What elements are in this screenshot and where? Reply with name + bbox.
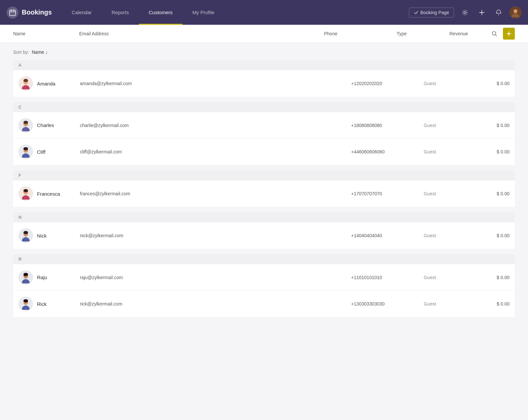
customer-email: cliff@zylkermail.com [80, 149, 351, 154]
customer-type: Guest [424, 81, 477, 86]
svg-point-24 [23, 189, 28, 192]
add-icon [506, 30, 512, 37]
notifications-button[interactable] [493, 7, 505, 18]
booking-page-button[interactable]: Booking Page [409, 8, 454, 17]
app-logo-icon [7, 7, 18, 18]
svg-point-15 [23, 79, 28, 82]
table-row[interactable]: Cliff cliff@zylkermail.com +446060606060… [13, 139, 515, 165]
nav-reports[interactable]: Reports [102, 0, 139, 25]
customer-name: Rick [37, 301, 80, 307]
add-customer-button[interactable] [503, 28, 515, 40]
sort-by-label: Sort by: [13, 49, 29, 55]
group-header-C: C [13, 102, 515, 112]
customer-email: amanda@zylkermail.com [80, 81, 351, 86]
customer-phone: +14040404040 [351, 233, 424, 238]
navbar: Bookings Calendar Reports Customers My P… [0, 0, 528, 25]
svg-rect-0 [10, 10, 16, 16]
app-logo[interactable]: Bookings [7, 7, 52, 18]
group-N: N Nick nick@zylkermail.com +14040404040 … [13, 212, 515, 249]
svg-point-8 [513, 9, 517, 13]
svg-line-10 [496, 35, 497, 36]
customer-type: Guest [424, 275, 477, 280]
customer-avatar [18, 145, 33, 159]
group-header-F: F [13, 170, 515, 180]
customer-avatar [18, 270, 33, 285]
customer-type: Guest [424, 149, 477, 154]
customer-avatar [18, 76, 33, 91]
table-row[interactable]: Raju raju@zylkermail.com +11010101010 Gu… [13, 264, 515, 291]
col-revenue: Revenue [449, 31, 489, 36]
svg-point-9 [492, 32, 496, 35]
customer-groups: A Amanda amanda@zylkermail.com +12020202… [13, 60, 515, 317]
customer-type: Guest [424, 233, 477, 238]
customer-type: Guest [424, 301, 477, 307]
customer-avatar [18, 118, 33, 133]
col-type: Type [397, 31, 449, 36]
sort-field: Name [32, 49, 44, 55]
settings-button[interactable] [459, 7, 471, 18]
sort-direction-icon: ↓ [46, 49, 48, 55]
group-F: F Francesca frances@zylkermail.com +1707… [13, 170, 515, 207]
booking-page-icon [414, 10, 418, 15]
customer-avatar [18, 186, 33, 201]
customer-email: rick@zylkermail.com [80, 301, 351, 307]
bell-icon [495, 9, 502, 16]
customer-email: raju@zylkermail.com [80, 275, 351, 280]
table-row[interactable]: Nick nick@zylkermail.com +14040404040 Gu… [13, 222, 515, 249]
sort-bar: Sort by: Name ↓ [13, 49, 515, 55]
col-name: Name [13, 31, 79, 36]
group-R: R Raju raju@zylkermail.com +11010101010 … [13, 254, 515, 317]
customer-revenue: $ 0.00 [477, 149, 510, 154]
nav-calendar[interactable]: Calendar [62, 0, 102, 25]
table-row[interactable]: Charles charlie@zylkermail.com +18080808… [13, 112, 515, 139]
nav-customers[interactable]: Customers [139, 0, 183, 25]
svg-point-27 [23, 231, 28, 234]
customer-avatar [18, 228, 33, 243]
customer-revenue: $ 0.00 [477, 233, 510, 238]
customer-revenue: $ 0.00 [477, 123, 510, 128]
customer-type: Guest [424, 191, 477, 196]
customer-phone: +11010101010 [351, 275, 424, 280]
search-icon [491, 31, 497, 37]
svg-point-33 [23, 299, 28, 303]
user-avatar[interactable] [510, 7, 521, 18]
customer-type: Guest [424, 123, 477, 128]
add-button[interactable] [476, 7, 488, 18]
customer-avatar [18, 297, 33, 311]
group-header-R: R [13, 254, 515, 264]
customer-revenue: $ 0.00 [477, 191, 510, 196]
search-button[interactable] [489, 28, 500, 39]
customer-phone: +446060606060 [351, 149, 424, 154]
group-A: A Amanda amanda@zylkermail.com +12020202… [13, 60, 515, 97]
sort-value-button[interactable]: Name ↓ [32, 49, 48, 55]
customer-revenue: $ 0.00 [477, 301, 510, 307]
table-row[interactable]: Amanda amanda@zylkermail.com +1202020202… [13, 70, 515, 97]
table-header: Name Email Address Phone Type Revenue [0, 25, 528, 43]
customer-name: Francesca [37, 191, 80, 197]
customer-phone: +12020202020 [351, 81, 424, 86]
main-content: Sort by: Name ↓ A Amanda amanda@zylkerma… [0, 43, 528, 329]
customer-phone: +130303303030 [351, 301, 424, 307]
customer-name: Charles [37, 122, 80, 128]
customer-name: Nick [37, 233, 80, 239]
customer-revenue: $ 0.00 [477, 275, 510, 280]
nav-my-profile[interactable]: My Profile [182, 0, 224, 25]
group-header-A: A [13, 60, 515, 70]
customer-email: nick@zylkermail.com [80, 233, 351, 238]
plus-icon [478, 9, 485, 16]
customer-phone: +18080808080 [351, 123, 424, 128]
table-row[interactable]: Francesca frances@zylkermail.com +170707… [13, 180, 515, 207]
table-row[interactable]: Rick rick@zylkermail.com +130303303030 G… [13, 291, 515, 317]
col-email: Email Address [79, 31, 324, 36]
svg-point-21 [23, 147, 28, 150]
app-name: Bookings [22, 9, 52, 16]
nav-links: Calendar Reports Customers My Profile [62, 0, 406, 25]
table-actions [489, 28, 515, 40]
nav-right: Booking Page [409, 7, 521, 18]
gear-icon [462, 9, 468, 16]
svg-point-30 [23, 273, 28, 276]
avatar-image [510, 7, 521, 18]
customer-email: charlie@zylkermail.com [80, 123, 351, 128]
svg-point-4 [464, 12, 466, 14]
svg-point-18 [23, 121, 28, 124]
